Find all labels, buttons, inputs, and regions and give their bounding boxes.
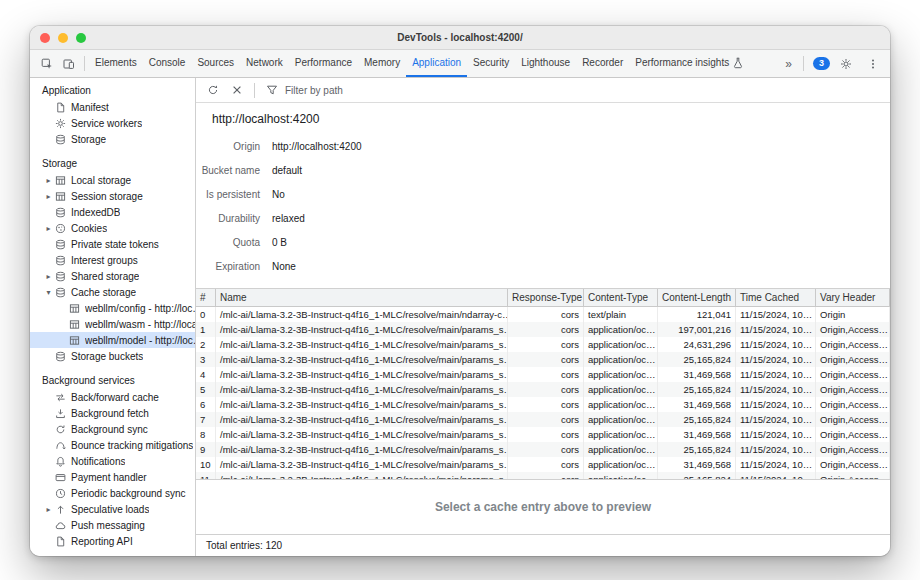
sidebar-item-shared-storage[interactable]: ▸Shared storage [30, 268, 195, 284]
sidebar-item-background-fetch[interactable]: Background fetch [30, 405, 195, 421]
sidebar-section-header-storage[interactable]: Storage [30, 156, 195, 172]
tab-application[interactable]: Application [406, 50, 467, 77]
sidebar-item-storage[interactable]: Storage [30, 131, 195, 147]
inspect-element-button[interactable] [36, 53, 58, 75]
sidebar-section-header-application[interactable]: Application [30, 83, 195, 99]
sidebar-section-header-background-services[interactable]: Background services [30, 373, 195, 389]
expander-right-icon[interactable]: ▸ [42, 505, 55, 514]
expander-right-icon[interactable]: ▸ [42, 224, 55, 233]
customize-menu-button[interactable] [862, 53, 884, 75]
tab-lighthouse[interactable]: Lighthouse [515, 50, 576, 77]
sidebar-item-periodic-background-sync[interactable]: Periodic background sync [30, 485, 195, 501]
cell-response-type: cors [508, 472, 584, 479]
cache-entry-row[interactable]: 9/mlc-ai/Llama-3.2-3B-Instruct-q4f16_1-M… [196, 442, 890, 457]
sidebar-item-webllm-wasm-http-loca[interactable]: webllm/wasm - http://loca… [30, 316, 195, 332]
sidebar-item-cookies[interactable]: ▸Cookies [30, 220, 195, 236]
cache-entry-row[interactable]: 6/mlc-ai/Llama-3.2-3B-Instruct-q4f16_1-M… [196, 397, 890, 412]
cache-entry-row[interactable]: 2/mlc-ai/Llama-3.2-3B-Instruct-q4f16_1-M… [196, 337, 890, 352]
sidebar-item-service-workers[interactable]: Service workers [30, 115, 195, 131]
cell-index: 5 [196, 382, 216, 397]
cache-entry-row[interactable]: 11/mlc-ai/Llama-3.2-3B-Instruct-q4f16_1-… [196, 472, 890, 479]
minimize-window-button[interactable] [58, 33, 68, 43]
column-header-content-type[interactable]: Content-Type [584, 289, 658, 306]
sidebar-item-label: Service workers [71, 118, 142, 129]
tab-memory[interactable]: Memory [358, 50, 406, 77]
tab-sources[interactable]: Sources [191, 50, 240, 77]
sidebar-item-private-state-tokens[interactable]: Private state tokens [30, 236, 195, 252]
sidebar-item-speculative-loads[interactable]: ▸Speculative loads [30, 501, 195, 517]
sidebar-item-webllm-model-http-loc[interactable]: webllm/model - http://loc… [30, 332, 195, 348]
expander-down-icon[interactable]: ▾ [42, 288, 55, 297]
cache-entry-row[interactable]: 1/mlc-ai/Llama-3.2-3B-Instruct-q4f16_1-M… [196, 322, 890, 337]
sidebar-item-indexeddb[interactable]: IndexedDB [30, 204, 195, 220]
sidebar-item-payment-handler[interactable]: Payment handler [30, 469, 195, 485]
cache-entry-row[interactable]: 8/mlc-ai/Llama-3.2-3B-Instruct-q4f16_1-M… [196, 427, 890, 442]
tab-performance[interactable]: Performance [289, 50, 358, 77]
sidebar-item-background-sync[interactable]: Background sync [30, 421, 195, 437]
settings-button[interactable] [835, 53, 857, 75]
console-messages-badge[interactable]: 3 [813, 57, 830, 70]
more-tabs-button[interactable]: » [783, 57, 794, 71]
sidebar-item-label: Payment handler [71, 472, 147, 483]
refresh-button[interactable] [202, 79, 224, 101]
filter-by-path-input[interactable] [285, 85, 505, 96]
delete-selected-button[interactable] [226, 79, 248, 101]
grid-body[interactable]: 0/mlc-ai/Llama-3.2-3B-Instruct-q4f16_1-M… [196, 307, 890, 479]
payment-icon [55, 472, 66, 483]
cache-entry-row[interactable]: 4/mlc-ai/Llama-3.2-3B-Instruct-q4f16_1-M… [196, 367, 890, 382]
document-icon [55, 536, 66, 547]
cache-entry-row[interactable]: 5/mlc-ai/Llama-3.2-3B-Instruct-q4f16_1-M… [196, 382, 890, 397]
cache-entry-row[interactable]: 0/mlc-ai/Llama-3.2-3B-Instruct-q4f16_1-M… [196, 307, 890, 322]
window-controls [40, 26, 86, 49]
sidebar-item-storage-buckets[interactable]: Storage buckets [30, 348, 195, 364]
clock-icon [55, 488, 66, 499]
tab-recorder[interactable]: Recorder [576, 50, 629, 77]
cloud-icon [55, 520, 66, 531]
cache-toolbar [196, 78, 890, 103]
tab-security[interactable]: Security [467, 50, 515, 77]
sidebar-item-label: Shared storage [71, 271, 139, 282]
sidebar-item-bounce-tracking-mitigations[interactable]: Bounce tracking mitigations [30, 437, 195, 453]
sidebar-item-manifest[interactable]: Manifest [30, 99, 195, 115]
cell-time-cached: 11/15/2024, 10… [736, 307, 816, 322]
sidebar-item-cache-storage[interactable]: ▾Cache storage [30, 284, 195, 300]
cell-response-type: cors [508, 457, 584, 472]
expander-right-icon[interactable]: ▸ [42, 176, 55, 185]
column-header-vary-header[interactable]: Vary Header [816, 289, 890, 306]
tab-elements[interactable]: Elements [89, 50, 143, 77]
cache-entry-row[interactable]: 7/mlc-ai/Llama-3.2-3B-Instruct-q4f16_1-M… [196, 412, 890, 427]
detail-label: Bucket name [196, 165, 260, 176]
expander-right-icon[interactable]: ▸ [42, 192, 55, 201]
cache-entry-row[interactable]: 10/mlc-ai/Llama-3.2-3B-Instruct-q4f16_1-… [196, 457, 890, 472]
sidebar-item-label: webllm/config - http://loc… [85, 303, 195, 314]
column-header-response-type[interactable]: Response-Type [508, 289, 584, 306]
detail-label: Is persistent [196, 189, 260, 200]
sidebar-item-notifications[interactable]: Notifications [30, 453, 195, 469]
sidebar-item-reporting-api[interactable]: Reporting API [30, 533, 195, 549]
column-header-time-cached[interactable]: Time Cached [736, 289, 816, 306]
sidebar-item-label: webllm/wasm - http://loca… [85, 319, 195, 330]
sidebar-item-interest-groups[interactable]: Interest groups [30, 252, 195, 268]
tab-label: Elements [95, 57, 137, 68]
column-header-index[interactable]: # [196, 289, 216, 306]
titlebar[interactable]: DevTools - localhost:4200/ [30, 26, 890, 50]
sidebar-item-push-messaging[interactable]: Push messaging [30, 517, 195, 533]
column-header-content-length[interactable]: Content-Length [658, 289, 736, 306]
close-window-button[interactable] [40, 33, 50, 43]
database-icon [55, 351, 66, 362]
cache-entry-row[interactable]: 3/mlc-ai/Llama-3.2-3B-Instruct-q4f16_1-M… [196, 352, 890, 367]
sidebar-item-back-forward-cache[interactable]: Back/forward cache [30, 389, 195, 405]
service-workers-icon [55, 118, 66, 129]
tab-performance-insights[interactable]: Performance insights [629, 50, 750, 77]
column-header-name[interactable]: Name [216, 289, 508, 306]
sidebar-item-local-storage[interactable]: ▸Local storage [30, 172, 195, 188]
device-toolbar-button[interactable] [58, 53, 80, 75]
sidebar-item-session-storage[interactable]: ▸Session storage [30, 188, 195, 204]
expander-right-icon[interactable]: ▸ [42, 272, 55, 281]
zoom-window-button[interactable] [76, 33, 86, 43]
tab-console[interactable]: Console [143, 50, 192, 77]
toolbar-separator [254, 83, 255, 98]
tab-network[interactable]: Network [240, 50, 289, 77]
detail-value: 0 B [272, 237, 287, 248]
sidebar-item-webllm-config-http-loc[interactable]: webllm/config - http://loc… [30, 300, 195, 316]
